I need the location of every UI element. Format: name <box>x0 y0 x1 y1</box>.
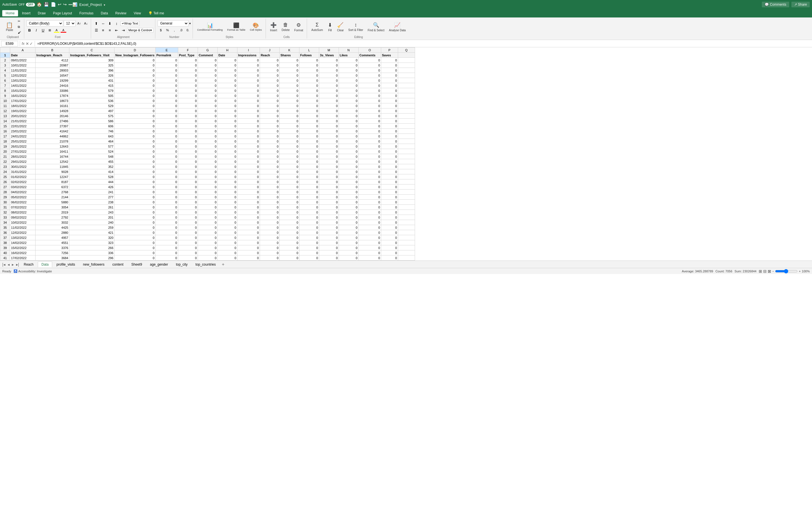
grid-cell[interactable]: 0 <box>260 108 280 114</box>
grid-cell[interactable]: 0 <box>155 63 178 68</box>
grid-cell[interactable]: 0 <box>299 144 319 149</box>
grid-cell[interactable]: 296 <box>69 256 114 261</box>
grid-cell[interactable]: 0 <box>155 134 178 139</box>
grid-cell[interactable]: 0 <box>237 256 260 261</box>
grid-cell[interactable]: 0 <box>339 154 358 159</box>
grid-cell[interactable]: 0 <box>358 114 381 119</box>
grid-cell[interactable]: 0 <box>339 108 358 114</box>
grid-cell[interactable]: 0 <box>198 189 217 194</box>
grid-cell[interactable]: 0 <box>358 144 381 149</box>
grid-cell[interactable]: 0 <box>381 210 398 215</box>
find-select-button[interactable]: 🔍 Find & Select <box>366 20 386 33</box>
grid-cell[interactable]: 21/01/2022 <box>10 119 36 124</box>
grid-cell[interactable]: 396 <box>69 68 114 73</box>
grid-cell[interactable]: 0 <box>299 124 319 129</box>
grid-cell[interactable]: 0 <box>155 159 178 164</box>
grid-cell[interactable]: 0 <box>358 68 381 73</box>
grid-cell[interactable]: 0 <box>319 73 339 78</box>
tab-draw[interactable]: Draw <box>35 10 49 16</box>
tab-tellme[interactable]: 💡 Tell me <box>145 10 167 16</box>
grid-cell[interactable]: 0 <box>299 205 319 210</box>
grid-cell[interactable]: 524 <box>69 149 114 154</box>
grid-cell[interactable]: 0 <box>280 159 299 164</box>
grid-cell[interactable]: 0 <box>217 205 237 210</box>
grid-cell[interactable]: 0 <box>237 189 260 194</box>
grid-cell[interactable]: 0 <box>217 114 237 119</box>
grid-cell[interactable]: 5880 <box>36 200 69 205</box>
tab-formulas[interactable]: Formulas <box>76 10 97 16</box>
bold-button[interactable]: B <box>27 27 33 33</box>
formula-input[interactable] <box>37 41 811 46</box>
grid-cell[interactable]: 0 <box>198 240 217 245</box>
sheet-nav-first[interactable]: |◂ <box>1 262 6 267</box>
grid-cell[interactable]: 0 <box>114 245 156 250</box>
grid-cell[interactable]: 0 <box>280 144 299 149</box>
grid-cell[interactable] <box>398 88 415 93</box>
grid-cell[interactable]: Instagram_Followers_Visit <box>69 53 114 58</box>
grid-cell[interactable]: 0 <box>358 215 381 220</box>
grid-cell[interactable]: 28003 <box>36 68 69 73</box>
grid-cell[interactable]: 0 <box>339 114 358 119</box>
grid-cell[interactable]: 0 <box>260 114 280 119</box>
grid-cell[interactable]: 0 <box>280 220 299 225</box>
tab-page-layout[interactable]: Page Layout <box>50 10 75 16</box>
row-number[interactable]: 6 <box>0 78 10 83</box>
grid-cell[interactable]: 426 <box>69 184 114 189</box>
grid-cell[interactable]: 0 <box>319 68 339 73</box>
copy-button[interactable]: ⧉ <box>16 24 22 30</box>
grid-cell[interactable]: 2144 <box>36 194 69 200</box>
grid-cell[interactable]: 0 <box>178 149 198 154</box>
grid-cell[interactable]: 18/01/2022 <box>10 103 36 108</box>
grid-cell[interactable]: 24/01/2022 <box>10 134 36 139</box>
grid-cell[interactable]: 0 <box>381 134 398 139</box>
grid-cell[interactable]: 0 <box>299 149 319 154</box>
grid-cell[interactable]: 0 <box>217 134 237 139</box>
grid-cell[interactable]: 06/02/2022 <box>10 200 36 205</box>
grid-cell[interactable]: 431 <box>69 78 114 83</box>
grid-cell[interactable]: 0 <box>319 144 339 149</box>
grid-cell[interactable]: 0 <box>381 83 398 88</box>
grid-cell[interactable]: 0 <box>237 215 260 220</box>
grid-cell[interactable]: 0 <box>217 210 237 215</box>
grid-cell[interactable]: Instagram_Reach <box>36 53 69 58</box>
grid-cell[interactable]: 0 <box>358 189 381 194</box>
grid-cell[interactable]: 0 <box>280 78 299 83</box>
grid-cell[interactable]: 0 <box>339 189 358 194</box>
grid-cell[interactable]: 0 <box>280 184 299 189</box>
grid-cell[interactable]: 0 <box>198 114 217 119</box>
grid-cell[interactable]: 0 <box>114 154 156 159</box>
grid-cell[interactable]: 326 <box>69 73 114 78</box>
grid-cell[interactable]: 586 <box>69 119 114 124</box>
grid-cell[interactable]: 0 <box>217 119 237 124</box>
grid-cell[interactable]: 0 <box>358 103 381 108</box>
format-as-table-button[interactable]: ⬛ Format as Table <box>225 21 247 33</box>
grid-cell[interactable]: 0 <box>198 63 217 68</box>
grid-cell[interactable]: 0 <box>237 220 260 225</box>
grid-cell[interactable]: 0 <box>260 129 280 134</box>
sheet-tab-content[interactable]: content <box>109 262 127 267</box>
grid-cell[interactable] <box>398 250 415 256</box>
grid-cell[interactable]: 0 <box>339 73 358 78</box>
grid-cell[interactable]: 0 <box>237 98 260 103</box>
cancel-formula-button[interactable]: ✕ <box>26 41 29 46</box>
col-header-j[interactable]: J <box>260 48 280 53</box>
row-number[interactable]: 32 <box>0 210 10 215</box>
grid-cell[interactable]: 19/01/2022 <box>10 108 36 114</box>
row-number[interactable]: 14 <box>0 119 10 124</box>
grid-cell[interactable] <box>398 58 415 63</box>
grid-cell[interactable]: 17/02/2022 <box>10 256 36 261</box>
grid-cell[interactable]: 0 <box>339 256 358 261</box>
grid-cell[interactable]: 0 <box>155 164 178 169</box>
grid-cell[interactable]: 0 <box>319 215 339 220</box>
increase-font-button[interactable]: A↑ <box>76 20 82 26</box>
grid-cell[interactable]: 30/01/2022 <box>10 164 36 169</box>
col-header-f[interactable]: F <box>178 48 198 53</box>
grid-cell[interactable]: 0 <box>155 169 178 174</box>
grid-cell[interactable]: 0 <box>114 149 156 154</box>
grid-cell[interactable]: 27397 <box>36 124 69 129</box>
grid-cell[interactable]: 0 <box>217 225 237 230</box>
grid-cell[interactable]: 0 <box>319 240 339 245</box>
undo-icon[interactable]: ↩ <box>58 2 61 7</box>
grid-cell[interactable]: 0 <box>299 169 319 174</box>
grid-cell[interactable]: 0 <box>280 154 299 159</box>
